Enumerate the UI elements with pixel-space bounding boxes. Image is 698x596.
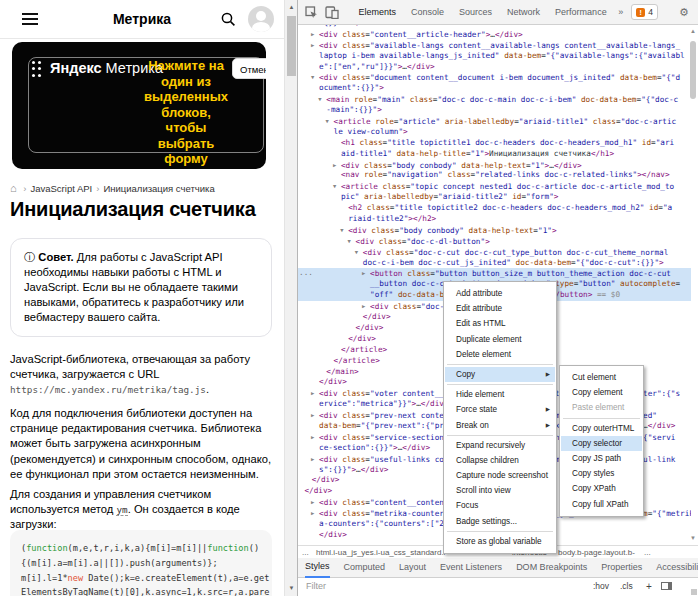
inspect-element-icon[interactable] (305, 6, 318, 19)
cancel-button[interactable]: Отменить (232, 58, 266, 79)
submenu-item-copy-selector[interactable]: Copy selector (561, 436, 642, 451)
dom-tree-line[interactable]: ▼<div class="doc-c-dl-button"> (298, 236, 691, 247)
menu-item-force-state[interactable]: Force state▶ (445, 402, 555, 417)
scroll-down-icon[interactable]: ▼ (689, 535, 697, 541)
class-toggle[interactable]: .cls (620, 581, 633, 591)
styles-tab-accessibility[interactable]: Accessibility (656, 558, 698, 577)
expand-arrow-icon[interactable]: ▶ (311, 40, 319, 51)
dom-tree-line[interactable]: ▼<article role="article" aria-labelledby… (298, 116, 691, 127)
expand-arrow-icon[interactable]: ▶ (333, 160, 341, 171)
submenu-item-copy-element[interactable]: Copy element (561, 385, 642, 400)
menu-item-scroll-into-view[interactable]: Scroll into view (445, 483, 555, 498)
styles-scrollbar-thumb[interactable] (691, 589, 697, 595)
styles-tab-event-listeners[interactable]: Event Listeners (440, 558, 502, 577)
dom-tree-line[interactable]: ocument":{}}"> (298, 83, 691, 94)
menu-item-break-on[interactable]: Break on▶ (445, 418, 555, 433)
more-tabs-button[interactable]: » (618, 7, 623, 17)
breadcrumb-item[interactable]: JavaScript API (30, 183, 92, 194)
dom-tree-line[interactable]: <h1 class="title topictitle1 doc-c-heade… (298, 138, 691, 149)
scroll-up-icon[interactable]: ▲ (689, 28, 697, 34)
collapse-arrow-icon[interactable]: ▼ (333, 181, 341, 192)
styles-filter-input[interactable]: Filter (306, 581, 326, 591)
menu-item-focus[interactable]: Focus (445, 498, 555, 513)
devtools-tab-elements[interactable]: Elements (359, 7, 397, 17)
submenu-item-copy-outerhtml[interactable]: Copy outerHTML (561, 421, 642, 436)
styles-tab-properties[interactable]: Properties (601, 558, 642, 577)
ym-method-term[interactable]: ym (116, 504, 127, 516)
menu-item-badge-settings[interactable]: Badge settings... (445, 514, 555, 529)
menu-item-add-attribute[interactable]: Add attribute (445, 286, 555, 301)
dom-tree-line[interactable]: laptop i-bem available-langs_js_inited" … (298, 51, 691, 62)
node-options-dots[interactable]: ... (299, 268, 313, 279)
toggle-sidebar-icon[interactable] (661, 582, 672, 590)
dom-tree-line[interactable]: ▶<div class="content__article-header">…<… (298, 29, 691, 40)
menu-item-store-as-global-variable[interactable]: Store as global variable (445, 534, 555, 549)
collapse-arrow-icon[interactable]: ▼ (326, 116, 334, 127)
submenu-item-copy-js-path[interactable]: Copy JS path (561, 451, 642, 466)
expand-arrow-icon[interactable]: ▶ (311, 497, 319, 508)
dom-tree-line[interactable]: ▶<div class="available-langs content__av… (298, 40, 691, 51)
menu-item-expand-recursively[interactable]: Expand recursively (445, 438, 555, 453)
submenu-item-copy-xpath[interactable]: Copy XPath (561, 481, 642, 496)
breadcrumb-item[interactable]: Инициализация счетчика (103, 183, 214, 194)
expand-arrow-icon[interactable]: ▶ (362, 301, 370, 312)
submenu-item-copy-styles[interactable]: Copy styles (561, 466, 642, 481)
menu-item-duplicate-element[interactable]: Duplicate element (445, 332, 555, 347)
dom-breadcrumb-item[interactable]: body.b-page.layout.b- (558, 548, 635, 557)
menu-item-collapse-children[interactable]: Collapse children (445, 453, 555, 468)
dom-tree-line[interactable]: pic" aria-labelledby="ariaid-title2" id=… (298, 192, 691, 203)
dom-tree-line[interactable]: -main":{}}"> (298, 105, 691, 116)
page-scrollbar-thumb[interactable] (287, 16, 296, 76)
menu-item-edit-attribute[interactable]: Edit attribute (445, 301, 555, 316)
expand-arrow-icon[interactable]: ▶ (362, 268, 370, 279)
settings-gear-icon[interactable]: ⚙ (679, 6, 689, 19)
issues-badge[interactable]: !4 (631, 4, 658, 20)
dom-tree-line[interactable]: ▼<div class="doc-c-cut doc-c-cut_type_bu… (298, 247, 691, 258)
dom-tree-line[interactable]: ...▶<button class="button button_size_m … (298, 268, 691, 279)
expand-arrow-icon[interactable]: ▶ (311, 508, 319, 519)
search-icon[interactable] (220, 11, 236, 31)
dom-tree-line[interactable]: ▼<div class="document content__document … (298, 72, 691, 83)
elements-scrollbar[interactable]: ▲ ▼ (688, 25, 698, 545)
devtools-tab-console[interactable]: Console (411, 7, 444, 17)
dom-breadcrumb-item[interactable]: ... (302, 548, 309, 557)
avatar[interactable] (248, 6, 274, 32)
pseudo-state-toggle[interactable]: :hov (593, 581, 609, 591)
styles-tab-dom-breakpoints[interactable]: DOM Breakpoints (516, 558, 587, 577)
styles-tab-computed[interactable]: Computed (344, 558, 386, 577)
menu-item-edit-as-html[interactable]: Edit as HTML (445, 316, 555, 331)
collapse-arrow-icon[interactable]: ▼ (355, 247, 363, 258)
home-icon[interactable]: ⌂ (10, 182, 17, 194)
devtools-tab-network[interactable]: Network (507, 7, 540, 17)
device-toolbar-icon[interactable] (325, 6, 339, 19)
dom-tree-line[interactable]: ▼<div class="body conbody" data-help-tex… (298, 225, 691, 236)
dom-tree-line[interactable]: <h2 class="title topictitle2 doc-c-heade… (298, 203, 691, 214)
dom-tree-line[interactable]: aid-title1" data-help-title="1">Инициали… (298, 149, 691, 160)
collapse-arrow-icon[interactable]: ▼ (348, 236, 356, 247)
dom-breadcrumb-item[interactable]: ... (644, 548, 651, 557)
dom-tree-line[interactable]: doc-c-i-bem doc-c-cut_js_inited" doc-dat… (298, 258, 691, 269)
dom-tree-line[interactable]: ▶<div class="body conbody" data-help-tex… (298, 160, 691, 171)
styles-tab-styles[interactable]: Styles (305, 557, 330, 578)
dom-tree-line[interactable]: <nav role="navigation" class="related-li… (298, 170, 691, 181)
expand-arrow-icon[interactable]: ▶ (311, 432, 319, 443)
expand-arrow-icon[interactable]: ▶ (311, 29, 319, 40)
elements-scrollbar-thumb[interactable] (690, 41, 696, 99)
collapse-arrow-icon[interactable]: ▼ (340, 225, 348, 236)
dom-tree-line[interactable]: le view-column"> (298, 127, 691, 138)
dom-tree-line[interactable]: ▼<main role="main" class="doc-c doc-c-ma… (298, 94, 691, 105)
new-style-rule-button[interactable]: + (646, 581, 652, 592)
styles-tab-layout[interactable]: Layout (399, 558, 426, 577)
menu-item-hide-element[interactable]: Hide element (445, 387, 555, 402)
expand-arrow-icon[interactable]: ▶ (311, 454, 319, 465)
collapse-arrow-icon[interactable]: ▼ (311, 72, 319, 83)
submenu-item-copy-full-xpath[interactable]: Copy full XPath (561, 497, 642, 512)
dom-tree-line[interactable]: riaid-title2"></h2> (298, 214, 691, 225)
page-scrollbar[interactable]: ▲ ▼ (284, 0, 297, 596)
dom-tree-line[interactable]: e":["en","ru"]}}">…</div> (298, 62, 691, 73)
dom-tree-line[interactable]: ▼<article class="topic concept nested1 d… (298, 181, 691, 192)
submenu-item-cut-element[interactable]: Cut element (561, 370, 642, 385)
expand-arrow-icon[interactable]: ▶ (311, 388, 319, 399)
menu-item-capture-node-screenshot[interactable]: Capture node screenshot (445, 468, 555, 483)
menu-item-delete-element[interactable]: Delete element (445, 347, 555, 362)
